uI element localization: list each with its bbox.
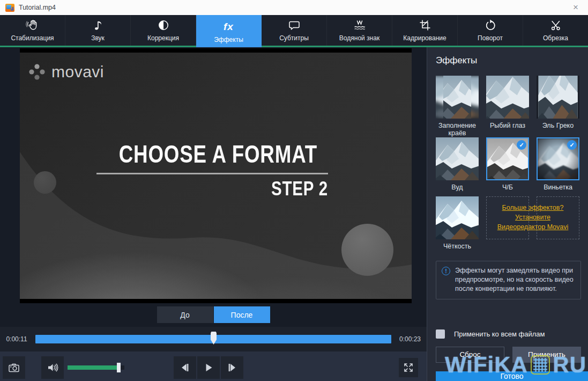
effect-thumbnail: ✓ — [486, 137, 529, 180]
reset-button[interactable]: Сброс — [436, 347, 504, 363]
more-effects-link[interactable]: Больше эффектов? Установите Видеоредакто… — [484, 203, 582, 232]
fullscreen-button[interactable] — [399, 358, 418, 377]
snapshot-button[interactable] — [3, 356, 25, 379]
selected-check-icon: ✓ — [567, 140, 577, 150]
tab-label: Обрезка — [543, 34, 568, 42]
tab-watermark[interactable]: Водяной знак — [327, 15, 392, 46]
info-icon: ! — [442, 267, 450, 275]
panel-footer: Сброс Применить — [436, 347, 581, 363]
slide-subtitle: STEP 2 — [138, 178, 328, 200]
more-effects-line: Видеоредактор Movavi — [484, 222, 582, 232]
apply-to-all-row[interactable]: Применить ко всем файлам — [436, 329, 588, 339]
total-time: 0:00:23 — [393, 335, 427, 343]
effect-label: Эль Греко — [537, 122, 579, 137]
scissors-icon — [549, 19, 562, 32]
effect-thumbnail: ✓ — [537, 76, 579, 119]
video-frame: movavi CHOOSE A FORMAT STEP 2 — [20, 53, 412, 299]
more-effects-cell: Больше эффектов? Установите Видеоредакто… — [486, 196, 579, 239]
more-effects-line: Установите — [484, 213, 582, 222]
window-title: Tutorial.mp4 — [19, 4, 56, 11]
effect-label: Вуд — [436, 184, 479, 196]
app-icon — [5, 4, 14, 12]
app-window: Tutorial.mp4 × Стабилизация Звук — [0, 0, 588, 381]
effect-thumbnail: ✓ — [436, 196, 479, 239]
volume-slider-handle[interactable] — [117, 363, 121, 372]
tab-sound[interactable]: Звук — [65, 15, 131, 46]
volume-slider[interactable] — [68, 365, 124, 370]
effects-panel: Эффекты ✓ Заполнение краёв ✓ Рыбий г — [427, 47, 588, 381]
tab-subtitles[interactable]: Субтитры — [262, 15, 327, 46]
toolbar-tabs: Стабилизация Звук Коррекция fx — [0, 15, 588, 47]
tab-correction[interactable]: Коррекция — [131, 15, 196, 46]
tab-label: Субтитры — [279, 34, 309, 42]
stabilization-hand-icon — [26, 19, 40, 32]
slide-decor-circle-small — [34, 171, 56, 194]
tab-stabilization[interactable]: Стабилизация — [0, 15, 65, 46]
effect-thumbnail: ✓ — [486, 76, 529, 119]
play-icon — [203, 362, 214, 373]
tab-rotate[interactable]: Поворот — [458, 15, 523, 46]
tab-label: Звук — [91, 34, 105, 42]
movavi-logo-icon — [27, 62, 47, 82]
effect-label: Ч/Б — [486, 184, 529, 196]
tab-label: Кадрирование — [403, 34, 446, 42]
tab-label: Стабилизация — [11, 34, 54, 42]
preview-pane: movavi CHOOSE A FORMAT STEP 2 До После — [0, 47, 427, 381]
close-icon[interactable]: × — [570, 2, 582, 13]
effect-vignette[interactable]: ✓ Виньетка — [537, 137, 579, 196]
apply-button[interactable]: Применить — [512, 347, 581, 363]
slide-decor-circle-big — [341, 224, 393, 276]
effect-wood[interactable]: ✓ Вуд — [436, 137, 479, 196]
video-preview: movavi CHOOSE A FORMAT STEP 2 — [20, 48, 412, 303]
effect-thumbnail: ✓ — [436, 137, 479, 180]
effect-sharpness[interactable]: ✓ Чёткость — [436, 196, 479, 255]
effect-black-white[interactable]: ✓ Ч/Б — [486, 137, 529, 196]
tab-label: Поворот — [478, 34, 503, 42]
previous-frame-button[interactable] — [174, 356, 196, 379]
slide-title: CHOOSE A FORMAT — [119, 140, 317, 168]
tab-label: Эффекты — [214, 36, 243, 43]
seek-bar[interactable] — [35, 335, 391, 343]
slide-divider-line — [96, 173, 328, 174]
step-back-icon — [179, 362, 191, 373]
current-time: 0:00:11 — [0, 335, 33, 343]
effect-label: Чёткость — [436, 243, 479, 255]
effect-thumbnail: ✓ — [537, 137, 579, 180]
info-text: Эффекты могут замедлять видео при предпр… — [455, 266, 575, 294]
play-button[interactable] — [197, 356, 220, 379]
slide-title-block: CHOOSE A FORMAT STEP 2 — [96, 140, 328, 200]
panel-title: Эффекты — [436, 55, 588, 66]
music-note-icon — [92, 19, 105, 32]
step-forward-icon — [226, 362, 238, 373]
tab-crop[interactable]: Кадрирование — [392, 15, 458, 46]
effect-thumbnail: ✓ — [436, 76, 479, 119]
contrast-icon — [157, 19, 170, 32]
tab-effects[interactable]: fx Эффекты — [196, 15, 262, 47]
speech-bubble-icon — [288, 19, 301, 32]
effect-label: Рыбий глаз — [486, 122, 529, 137]
effects-grid: ✓ Заполнение краёв ✓ Рыбий глаз ✓ — [436, 76, 581, 255]
apply-to-all-checkbox[interactable] — [436, 329, 445, 339]
effect-el-greco[interactable]: ✓ Эль Греко — [537, 76, 579, 137]
expand-icon — [403, 362, 414, 373]
effect-label: Заполнение краёв — [436, 122, 479, 137]
tab-trim[interactable]: Обрезка — [523, 15, 588, 46]
rotate-icon — [484, 19, 497, 32]
after-button[interactable]: После — [214, 306, 270, 323]
selected-check-icon: ✓ — [517, 140, 526, 150]
tab-label: Коррекция — [147, 34, 179, 42]
timeline: 0:00:11 0:00:23 — [0, 327, 427, 351]
before-button[interactable]: До — [157, 306, 213, 323]
apply-to-all-label: Применить ко всем файлам — [454, 330, 545, 338]
movavi-logo: movavi — [27, 62, 104, 82]
more-effects-line: Больше эффектов? — [484, 203, 582, 213]
volume-button[interactable] — [41, 356, 64, 379]
titlebar: Tutorial.mp4 × — [0, 0, 588, 15]
done-button[interactable]: Готово — [436, 371, 588, 381]
next-frame-button[interactable] — [221, 356, 243, 379]
crop-icon — [419, 19, 431, 32]
effect-edge-fill[interactable]: ✓ Заполнение краёв — [436, 76, 479, 137]
fx-icon: fx — [224, 20, 234, 33]
speaker-icon — [46, 361, 59, 374]
effect-fisheye[interactable]: ✓ Рыбий глаз — [486, 76, 529, 137]
